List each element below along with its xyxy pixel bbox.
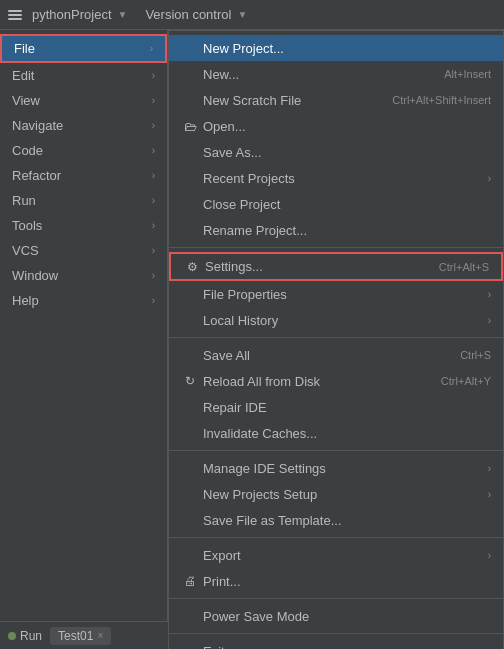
menu-item-exit[interactable]: Exit bbox=[169, 638, 503, 649]
sidebar-menu: File › Edit › View › Navigate › Code › R… bbox=[0, 30, 168, 621]
repair-ide-label: Repair IDE bbox=[203, 400, 491, 415]
menu-item-new-projects-setup[interactable]: New Projects Setup › bbox=[169, 481, 503, 507]
new-projects-setup-arrow: › bbox=[488, 489, 491, 500]
menu-item-rename-project[interactable]: Rename Project... bbox=[169, 217, 503, 243]
menu-item-open[interactable]: 🗁 Open... bbox=[169, 113, 503, 139]
sidebar-item-edit[interactable]: Edit › bbox=[0, 63, 167, 88]
menu-item-new-project[interactable]: New Project... bbox=[169, 35, 503, 61]
export-label: Export bbox=[203, 548, 488, 563]
project-dropdown-arrow[interactable]: ▼ bbox=[118, 9, 128, 20]
sidebar-item-run[interactable]: Run › bbox=[0, 188, 167, 213]
separator-4 bbox=[169, 537, 503, 538]
sidebar-refactor-label: Refactor bbox=[12, 168, 61, 183]
sidebar-item-tools[interactable]: Tools › bbox=[0, 213, 167, 238]
reload-all-label: Reload All from Disk bbox=[203, 374, 441, 389]
test-tab-label: Test01 bbox=[58, 629, 93, 643]
refresh-icon: ↻ bbox=[181, 374, 199, 388]
new-scratch-file-label: New Scratch File bbox=[203, 93, 392, 108]
menu-item-new[interactable]: New... Alt+Insert bbox=[169, 61, 503, 87]
sidebar-file-label: File bbox=[14, 41, 35, 56]
open-folder-icon: 🗁 bbox=[181, 119, 199, 134]
recent-projects-arrow: › bbox=[488, 173, 491, 184]
manage-ide-settings-arrow: › bbox=[488, 463, 491, 474]
printer-icon: 🖨 bbox=[181, 574, 199, 588]
sidebar-item-window[interactable]: Window › bbox=[0, 263, 167, 288]
sidebar-navigate-arrow: › bbox=[152, 120, 155, 131]
project-name[interactable]: pythonProject bbox=[32, 7, 112, 22]
sidebar-run-label: Run bbox=[12, 193, 36, 208]
sidebar-item-help[interactable]: Help › bbox=[0, 288, 167, 313]
menu-item-save-file-as-template[interactable]: Save File as Template... bbox=[169, 507, 503, 533]
new-projects-setup-label: New Projects Setup bbox=[203, 487, 488, 502]
rename-project-label: Rename Project... bbox=[203, 223, 491, 238]
menu-item-reload-all[interactable]: ↻ Reload All from Disk Ctrl+Alt+Y bbox=[169, 368, 503, 394]
menu-item-save-all[interactable]: Save All Ctrl+S bbox=[169, 342, 503, 368]
sidebar-navigate-label: Navigate bbox=[12, 118, 63, 133]
menu-item-print[interactable]: 🖨 Print... bbox=[169, 568, 503, 594]
gear-icon: ⚙ bbox=[183, 260, 201, 274]
sidebar-code-label: Code bbox=[12, 143, 43, 158]
file-properties-label: File Properties bbox=[203, 287, 488, 302]
sidebar-item-file[interactable]: File › bbox=[0, 34, 167, 63]
separator-1 bbox=[169, 247, 503, 248]
sidebar-help-label: Help bbox=[12, 293, 39, 308]
local-history-label: Local History bbox=[203, 313, 488, 328]
save-all-shortcut: Ctrl+S bbox=[460, 349, 491, 361]
sidebar-item-navigate[interactable]: Navigate › bbox=[0, 113, 167, 138]
sidebar-item-code[interactable]: Code › bbox=[0, 138, 167, 163]
invalidate-caches-label: Invalidate Caches... bbox=[203, 426, 491, 441]
menu-item-recent-projects[interactable]: Recent Projects › bbox=[169, 165, 503, 191]
sidebar-code-arrow: › bbox=[152, 145, 155, 156]
sidebar-item-view[interactable]: View › bbox=[0, 88, 167, 113]
separator-5 bbox=[169, 598, 503, 599]
settings-label: Settings... bbox=[205, 259, 439, 274]
file-dropdown-menu: New Project... New... Alt+Insert New Scr… bbox=[168, 30, 504, 649]
run-dot bbox=[8, 632, 16, 640]
menu-item-invalidate-caches[interactable]: Invalidate Caches... bbox=[169, 420, 503, 446]
menu-item-repair-ide[interactable]: Repair IDE bbox=[169, 394, 503, 420]
sidebar-refactor-arrow: › bbox=[152, 170, 155, 181]
menu-item-local-history[interactable]: Local History › bbox=[169, 307, 503, 333]
new-project-label: New Project... bbox=[203, 41, 491, 56]
menu-item-export[interactable]: Export › bbox=[169, 542, 503, 568]
menu-item-manage-ide-settings[interactable]: Manage IDE Settings › bbox=[169, 455, 503, 481]
version-control-label[interactable]: Version control bbox=[145, 7, 231, 22]
menu-item-new-scratch-file[interactable]: New Scratch File Ctrl+Alt+Shift+Insert bbox=[169, 87, 503, 113]
version-control-arrow[interactable]: ▼ bbox=[237, 9, 247, 20]
separator-3 bbox=[169, 450, 503, 451]
test-tab[interactable]: Test01 × bbox=[50, 627, 111, 645]
reload-all-shortcut: Ctrl+Alt+Y bbox=[441, 375, 491, 387]
test-tab-close-icon[interactable]: × bbox=[97, 630, 103, 641]
sidebar-tools-label: Tools bbox=[12, 218, 42, 233]
manage-ide-settings-label: Manage IDE Settings bbox=[203, 461, 488, 476]
save-as-label: Save As... bbox=[203, 145, 491, 160]
separator-6 bbox=[169, 633, 503, 634]
new-shortcut: Alt+Insert bbox=[444, 68, 491, 80]
sidebar-item-vcs[interactable]: VCS › bbox=[0, 238, 167, 263]
main-area: File › Edit › View › Navigate › Code › R… bbox=[0, 30, 504, 621]
power-save-mode-label: Power Save Mode bbox=[203, 609, 491, 624]
title-bar: pythonProject ▼ Version control ▼ bbox=[0, 0, 504, 30]
sidebar-view-arrow: › bbox=[152, 95, 155, 106]
exit-label: Exit bbox=[203, 644, 491, 650]
menu-item-power-save-mode[interactable]: Power Save Mode bbox=[169, 603, 503, 629]
hamburger-icon[interactable] bbox=[8, 10, 22, 20]
menu-item-file-properties[interactable]: File Properties › bbox=[169, 281, 503, 307]
menu-item-save-as[interactable]: Save As... bbox=[169, 139, 503, 165]
open-label: Open... bbox=[203, 119, 491, 134]
sidebar-vcs-label: VCS bbox=[12, 243, 39, 258]
sidebar-run-arrow: › bbox=[152, 195, 155, 206]
save-file-as-template-label: Save File as Template... bbox=[203, 513, 491, 528]
separator-2 bbox=[169, 337, 503, 338]
menu-item-settings[interactable]: ⚙ Settings... Ctrl+Alt+S bbox=[169, 252, 503, 281]
close-project-label: Close Project bbox=[203, 197, 491, 212]
run-label: Run bbox=[20, 629, 42, 643]
sidebar-edit-label: Edit bbox=[12, 68, 34, 83]
sidebar-item-refactor[interactable]: Refactor › bbox=[0, 163, 167, 188]
new-label: New... bbox=[203, 67, 444, 82]
run-badge[interactable]: Run bbox=[8, 629, 42, 643]
save-all-label: Save All bbox=[203, 348, 460, 363]
menu-item-close-project[interactable]: Close Project bbox=[169, 191, 503, 217]
sidebar-view-label: View bbox=[12, 93, 40, 108]
sidebar-window-label: Window bbox=[12, 268, 58, 283]
